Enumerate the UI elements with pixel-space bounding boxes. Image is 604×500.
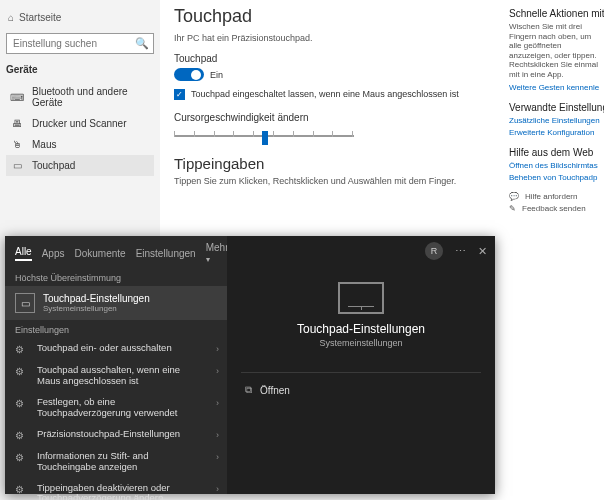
more-gestures-link[interactable]: Weitere Gesten kennenle: [509, 83, 604, 92]
home-label: Startseite: [19, 12, 61, 23]
search-input[interactable]: [6, 33, 154, 54]
open-icon: ⧉: [245, 384, 252, 396]
preview-subtitle: Systemeinstellungen: [227, 338, 495, 348]
home-link[interactable]: ⌂ Startseite: [6, 8, 154, 27]
web-help-link[interactable]: Öffnen des Bildschirmtas: [509, 161, 604, 170]
chevron-right-icon: ›: [216, 398, 219, 408]
sidebar-item-label: Drucker und Scanner: [32, 118, 127, 129]
result-subtitle: Systemeinstellungen: [43, 304, 150, 313]
result-text: Touchpad ausschalten, wenn eine Maus ang…: [37, 365, 217, 387]
search-icon: 🔍: [135, 37, 149, 50]
best-match-result[interactable]: ▭ Touchpad-Einstellungen Systemeinstellu…: [5, 286, 227, 320]
sidebar-item-label: Touchpad: [32, 160, 75, 171]
result-title: Touchpad-Einstellungen: [43, 293, 150, 304]
result-text: Informationen zu Stift- and Toucheingabe…: [37, 451, 217, 473]
search-result-item[interactable]: ⚙ Touchpad ein- oder ausschalten ›: [5, 338, 227, 360]
start-search-panel: Alle Apps Dokumente Einstellungen Mehr H…: [5, 236, 495, 494]
result-text: Touchpad ein- oder ausschalten: [37, 343, 186, 354]
more-icon[interactable]: ⋯: [455, 245, 466, 258]
toggle-state-text: Ein: [210, 70, 223, 80]
tab-apps[interactable]: Apps: [42, 248, 65, 259]
checkmark-icon: ✓: [174, 89, 185, 100]
quick-actions-text: Wischen Sie mit drei Fingern nach oben, …: [509, 22, 604, 80]
advanced-config-link[interactable]: Erweiterte Konfiguration: [509, 128, 604, 137]
settings-icon: ⚙: [15, 484, 29, 495]
search-result-item[interactable]: ⚙ Präzisionstouchpad-Einstellungen ›: [5, 424, 227, 446]
settings-icon: ⚙: [15, 398, 29, 409]
open-label: Öffnen: [260, 385, 290, 396]
category-header: Geräte: [6, 64, 154, 75]
search-result-item[interactable]: ⚙ Tippeingaben deaktivieren oder Touchpa…: [5, 478, 227, 500]
chevron-right-icon: ›: [216, 344, 219, 354]
search-result-item[interactable]: ⚙ Informationen zu Stift- and Toucheinga…: [5, 446, 227, 478]
settings-icon: ⚙: [15, 366, 29, 377]
chevron-right-icon: ›: [216, 484, 219, 494]
user-avatar[interactable]: R: [425, 242, 443, 260]
printer-icon: 🖶: [10, 118, 24, 129]
tab-more[interactable]: Mehr: [206, 242, 229, 264]
result-text: Präzisionstouchpad-Einstellungen: [37, 429, 194, 440]
sidebar-item-touchpad[interactable]: ▭ Touchpad: [6, 155, 154, 176]
help-icon: 💬: [509, 192, 519, 201]
feedback-link[interactable]: ✎ Feedback senden: [509, 204, 604, 213]
quick-actions-heading: Schnelle Aktionen mit To: [509, 8, 604, 19]
chevron-right-icon: ›: [216, 452, 219, 462]
open-action[interactable]: ⧉ Öffnen: [245, 384, 290, 396]
sidebar-item-mouse[interactable]: 🖱 Maus: [6, 134, 154, 155]
result-text: Festlegen, ob eine Touchpadverzögerung v…: [37, 397, 217, 419]
settings-icon: ⚙: [15, 452, 29, 463]
sidebar-item-bluetooth[interactable]: ⌨ Bluetooth und andere Geräte: [6, 81, 154, 113]
search-preview-pane: R ⋯ ✕ Touchpad-Einstellungen Systemeinst…: [227, 236, 495, 494]
search-filter-tabs: Alle Apps Dokumente Einstellungen Mehr: [5, 236, 227, 268]
settings-group-label: Einstellungen: [5, 320, 227, 338]
result-preview: Touchpad-Einstellungen Systemeinstellung…: [227, 282, 495, 348]
result-text: Tippeingaben deaktivieren oder Touchpadv…: [37, 483, 217, 500]
search-result-item[interactable]: ⚙ Touchpad ausschalten, wenn eine Maus a…: [5, 360, 227, 392]
search-header-controls: R ⋯ ✕: [425, 242, 487, 260]
chevron-right-icon: ›: [216, 366, 219, 376]
sidebar-item-printers[interactable]: 🖶 Drucker und Scanner: [6, 113, 154, 134]
tab-settings[interactable]: Einstellungen: [136, 248, 196, 259]
touchpad-icon: [338, 282, 384, 314]
sidebar-item-label: Bluetooth und andere Geräte: [32, 86, 150, 108]
toggle-switch-icon: [174, 68, 204, 81]
settings-icon: ⚙: [15, 344, 29, 355]
divider: [241, 372, 481, 373]
link-label: Feedback senden: [522, 204, 586, 213]
feedback-icon: ✎: [509, 204, 516, 213]
link-label: Hilfe anfordern: [525, 192, 577, 201]
chevron-right-icon: ›: [216, 430, 219, 440]
right-info-pane: Schnelle Aktionen mit To Wischen Sie mit…: [509, 8, 604, 223]
settings-icon: ⚙: [15, 430, 29, 441]
settings-search: 🔍: [6, 33, 154, 54]
web-help-heading: Hilfe aus dem Web: [509, 147, 604, 158]
preview-title: Touchpad-Einstellungen: [227, 322, 495, 336]
touchpad-icon: ▭: [10, 160, 24, 171]
web-help-link[interactable]: Beheben von Touchpadp: [509, 173, 604, 182]
get-help-link[interactable]: 💬 Hilfe anfordern: [509, 192, 604, 201]
mouse-icon: 🖱: [10, 139, 24, 150]
home-icon: ⌂: [8, 12, 14, 23]
search-results-column: Alle Apps Dokumente Einstellungen Mehr H…: [5, 236, 227, 494]
bluetooth-icon: ⌨: [10, 92, 24, 103]
sidebar-item-label: Maus: [32, 139, 56, 150]
tab-documents[interactable]: Dokumente: [74, 248, 125, 259]
close-icon[interactable]: ✕: [478, 245, 487, 258]
best-match-label: Höchste Übereinstimmung: [5, 268, 227, 286]
slider-thumb[interactable]: [262, 131, 268, 145]
touchpad-icon: ▭: [15, 293, 35, 313]
tab-all[interactable]: Alle: [15, 246, 32, 261]
related-settings-heading: Verwandte Einstellungen: [509, 102, 604, 113]
additional-settings-link[interactable]: Zusätzliche Einstellungen: [509, 116, 604, 125]
checkbox-label: Touchpad eingeschaltet lassen, wenn eine…: [191, 89, 459, 99]
search-result-item[interactable]: ⚙ Festlegen, ob eine Touchpadverzögerung…: [5, 392, 227, 424]
cursor-speed-slider[interactable]: [174, 127, 354, 145]
